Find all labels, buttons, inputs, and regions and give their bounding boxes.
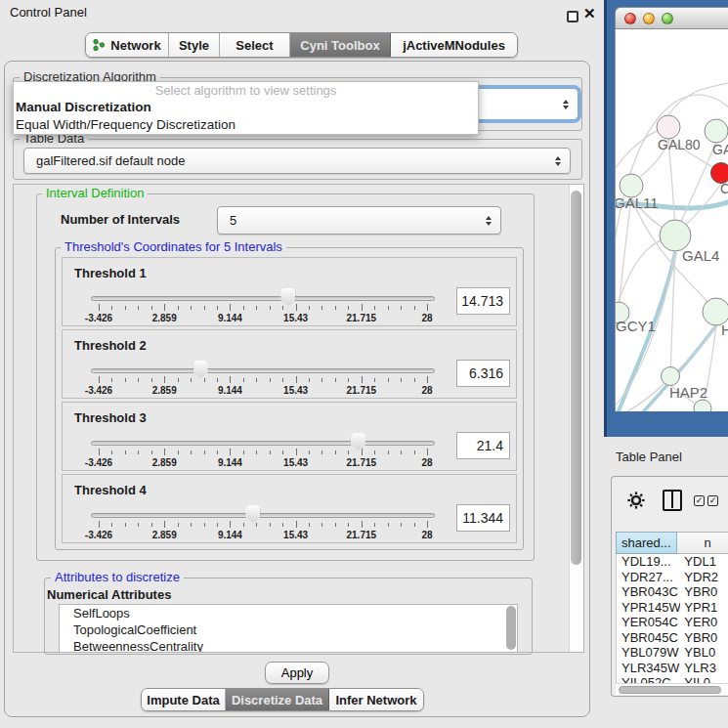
tab-cyni-toolbox[interactable]: Cyni Toolbox	[290, 33, 391, 57]
minimize-traffic-light-icon[interactable]	[643, 13, 655, 24]
tick-mark	[99, 376, 100, 383]
checkbox-icon[interactable]: ✓	[694, 495, 705, 506]
table-row[interactable]: YBR043CYBR0	[617, 584, 728, 600]
tick-mark	[230, 376, 231, 383]
table-row[interactable]: YER054CYER0	[617, 615, 728, 630]
network-window-titlebar[interactable]	[615, 7, 728, 29]
tab-jactivemnodules[interactable]: jActiveMNodules	[391, 33, 517, 57]
table-row[interactable]: YBL079WYBL0	[617, 645, 728, 661]
spinner-arrows-icon	[486, 216, 492, 226]
tab-style[interactable]: Style	[169, 33, 220, 57]
threshold-3-value-field[interactable]: 21.4	[456, 432, 510, 459]
spinner-arrows-icon	[555, 156, 561, 166]
table-row[interactable]: YBR045CYBR0	[617, 630, 728, 646]
table-hscrollbar-track[interactable]	[616, 683, 728, 695]
split-columns-icon[interactable]	[663, 490, 682, 511]
table-row[interactable]: YLR345WYLR3	[617, 661, 728, 676]
threshold-1-slider[interactable]: -3.4262.8599.14415.4321.71528	[91, 258, 435, 327]
tab-infer-network[interactable]: Infer Network	[329, 689, 423, 710]
scale-label: -3.426	[85, 457, 112, 468]
tick-mark	[178, 378, 179, 382]
attribute-item[interactable]: TopologicalCoefficient	[60, 621, 517, 638]
tick-mark	[282, 523, 283, 527]
network-graph: GAL80GACGAL11GAL4GCY1HHAP2	[616, 29, 728, 411]
list-scrollbar-thumb[interactable]	[506, 606, 516, 650]
tab-select[interactable]: Select	[220, 33, 290, 57]
threshold-1-value-field[interactable]: 14.713	[456, 287, 510, 315]
table-hscrollbar-thumb[interactable]	[619, 686, 721, 694]
cell-shared-name: YDR27...	[617, 570, 680, 585]
slider-track[interactable]	[91, 513, 435, 518]
tick-mark	[296, 521, 297, 528]
column-header-shared-name[interactable]: shared...	[616, 532, 677, 554]
tick-mark	[230, 304, 231, 311]
tab-impute-data[interactable]: Impute Data	[142, 689, 226, 710]
number-of-intervals-combo[interactable]: 5	[217, 206, 501, 235]
float-window-icon[interactable]	[567, 11, 578, 22]
slider-thumb[interactable]	[193, 361, 208, 378]
tick-mark	[296, 304, 297, 311]
tab-label: Network	[110, 38, 160, 53]
apply-button[interactable]: Apply	[265, 662, 329, 684]
tick-mark	[296, 376, 297, 383]
tick-mark	[164, 449, 165, 455]
cell-name: YBR0	[680, 584, 728, 600]
tab-label: jActiveMNodules	[403, 38, 505, 53]
dropdown-option-manual-discretization[interactable]: Manual Discretization	[14, 99, 478, 116]
network-node-label: GAL4	[682, 247, 719, 264]
tick-mark	[204, 523, 205, 527]
slider-thumb[interactable]	[351, 433, 365, 450]
close-traffic-light-icon[interactable]	[624, 13, 636, 24]
threshold-4-box: Threshold 4-3.4262.8599.14415.4321.71528…	[62, 474, 517, 543]
tab-discretize-data[interactable]: Discretize Data	[226, 689, 329, 710]
threshold-2-slider[interactable]: -3.4262.8599.14415.4321.71528	[91, 330, 435, 400]
table-data-combo[interactable]: galFiltered.sif default node	[23, 148, 571, 174]
close-icon[interactable]: ✕	[583, 5, 596, 22]
tab-network[interactable]: Network	[86, 33, 169, 57]
control-panel-tabs: Network Style Select Cyni Toolbox jActiv…	[85, 32, 518, 58]
table-row[interactable]: YIL052CYIL0	[617, 675, 728, 683]
scale-label: -3.426	[85, 530, 112, 540]
thresholds-group-title: Threshold's Coordinates for 5 Intervals	[61, 240, 286, 254]
scale-label: 28	[421, 385, 432, 396]
tick-mark	[151, 378, 152, 382]
threshold-3-slider[interactable]: -3.4262.8599.14415.4321.71528	[91, 403, 435, 472]
threshold-4-slider[interactable]: -3.4262.8599.14415.4321.71528	[91, 475, 435, 544]
attribute-item[interactable]: SelfLoops	[60, 605, 517, 621]
network-node-unlabeled[interactable]	[694, 400, 711, 411]
tick-mark	[414, 378, 415, 382]
gear-icon[interactable]	[627, 492, 645, 509]
tab-label: Cyni Toolbox	[300, 38, 379, 53]
tick-mark	[178, 306, 179, 310]
table-row[interactable]: YDR27...YDR2	[617, 570, 728, 585]
network-node-GAL80[interactable]	[657, 115, 680, 139]
attribute-item[interactable]: BetweennessCentrality	[60, 638, 517, 653]
threshold-2-box: Threshold 2-3.4262.8599.14415.4321.71528…	[62, 329, 517, 399]
zoom-traffic-light-icon[interactable]	[662, 13, 673, 24]
slider-track[interactable]	[91, 441, 435, 446]
slider-track[interactable]	[91, 368, 435, 373]
numerical-attributes-label: Numerical Attributes	[47, 587, 171, 602]
main-scrollbar-thumb[interactable]	[571, 191, 581, 565]
checkbox-icon[interactable]: ✓	[707, 495, 718, 506]
slider-track[interactable]	[91, 296, 435, 301]
network-node-label: GAL11	[616, 194, 659, 211]
table-panel: ✓ ✓ shared... n YDL19...YDL1YDR27...YDR2…	[611, 476, 728, 697]
table-row[interactable]: YPR145WYPR1	[617, 600, 728, 616]
tick-mark	[111, 523, 112, 527]
table-row[interactable]: YDL19...YDL1	[617, 554, 728, 570]
column-header-name[interactable]: n	[677, 532, 728, 554]
threshold-2-value-field[interactable]: 6.316	[456, 360, 510, 387]
table-data-combo-value: galFiltered.sif default node	[36, 153, 185, 168]
slider-thumb[interactable]	[245, 505, 260, 523]
scale-label: -3.426	[85, 385, 112, 396]
dropdown-option-equal-width-frequency[interactable]: Equal Width/Frequency Discretization	[14, 116, 478, 134]
tick-mark	[125, 523, 126, 527]
network-node-label: GAL80	[658, 137, 701, 152]
network-view-canvas[interactable]: GAL80GACGAL11GAL4GCY1HHAP2	[615, 29, 728, 411]
tick-mark	[374, 378, 375, 382]
network-node-HAP2[interactable]	[662, 367, 680, 386]
slider-thumb[interactable]	[280, 288, 295, 306]
network-node-GA[interactable]	[705, 119, 728, 143]
threshold-4-value-field[interactable]: 11.344	[456, 504, 510, 532]
